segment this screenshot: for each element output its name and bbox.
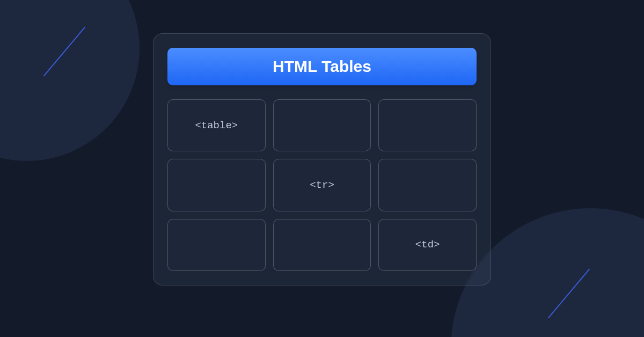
decorative-circle [0, 0, 140, 161]
title-banner: HTML Tables [167, 48, 477, 85]
grid-cell [378, 159, 477, 211]
cell-label: <td> [415, 239, 440, 251]
cell-label: <table> [195, 120, 238, 131]
grid-cell [378, 99, 477, 151]
main-card: HTML Tables <table> <tr> <td> [153, 33, 491, 285]
grid-cell [167, 219, 266, 271]
grid-cell [167, 159, 266, 211]
cell-label: <tr> [310, 179, 334, 191]
tags-grid: <table> <tr> <td> [167, 99, 477, 271]
grid-cell: <table> [167, 99, 266, 151]
grid-cell: <tr> [273, 159, 371, 211]
grid-cell: <td> [378, 219, 477, 271]
title-text: HTML Tables [273, 57, 371, 76]
grid-cell [273, 219, 371, 271]
grid-cell [273, 99, 371, 151]
